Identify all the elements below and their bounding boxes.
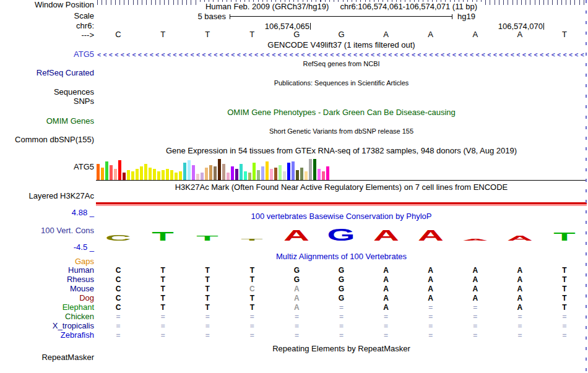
gtex-bar-51[interactable] [313,159,316,180]
multiz-row-x_tropicalis[interactable]: =========== [96,322,587,330]
strand-label: ---> [0,31,94,39]
gtex-bar-1[interactable] [97,164,100,180]
multiz-row-mouse[interactable]: CTTCAGAAAAT [96,285,587,293]
atg5-gene-arrows[interactable]: <<<<<<<<<<<<<<<<<<<<<<<<<<<<<<<<<<<<<<<<… [97,51,584,58]
gtex-bar-12[interactable] [144,164,147,180]
gtex-bar-42[interactable] [274,168,277,180]
gtex-bar-chart[interactable] [97,155,329,180]
species-label-elephant[interactable]: Elephant [0,303,94,311]
multiz-row-rhesus[interactable]: CTTTGGAAAAT [96,275,587,284]
gtex-bar-49[interactable] [305,171,308,180]
gtex-bar-31[interactable] [227,173,230,180]
multiz-row-human[interactable]: CTTTGGAAAAT [96,266,587,275]
dbsnp-label[interactable]: Common dbSNP(155) [0,135,94,144]
gtex-bar-43[interactable] [279,165,282,180]
gtex-bar-29[interactable] [218,159,221,180]
gtex-bar-15[interactable] [157,171,160,180]
strand-arrow-icon: < [569,51,573,58]
gtex-bar-44[interactable] [283,171,286,180]
aln-base: T [141,275,185,284]
gtex-bar-18[interactable] [170,170,173,180]
multiz-row-dog[interactable]: CTTTAGAAAAT [96,294,587,302]
multiz-row-zebrafish[interactable]: =========== [96,331,587,340]
gtex-bar-45[interactable] [287,163,290,180]
strand-arrow-icon: < [202,51,205,58]
gtex-bar-46[interactable] [292,161,295,180]
gtex-bar-27[interactable] [209,165,212,180]
gtex-bar-53[interactable] [322,171,325,180]
gtex-bar-3[interactable] [105,161,108,180]
phylop-logo[interactable]: CTTTAGAAAAT [96,220,587,241]
h3k27ac-signal-layer2[interactable] [96,204,587,206]
gtex-bar-30[interactable] [222,164,225,180]
gtex-bar-38[interactable] [257,170,260,180]
strand-arrow-icon: < [220,51,223,58]
gtex-bar-54[interactable] [326,166,329,180]
gtex-bar-28[interactable] [214,166,217,180]
gencode-gene-label[interactable]: ATG5 [0,50,94,58]
gtex-baseline [96,180,587,181]
multiz-row-elephant[interactable]: CTTTA=A==AT [96,303,587,312]
gtex-bar-5[interactable] [114,169,117,180]
strand-arrow-icon: < [138,51,142,58]
phylop-label[interactable]: 100 Vert. Cons [0,226,94,234]
gtex-bar-26[interactable] [205,168,208,180]
aln-base: G [319,285,363,293]
gtex-bar-13[interactable] [149,168,152,180]
gtex-bar-37[interactable] [253,163,256,180]
h3k27ac-label[interactable]: Layered H3K27Ac [0,192,94,200]
gtex-bar-48[interactable] [300,168,303,180]
gtex-bar-35[interactable] [244,171,247,180]
gtex-bar-32[interactable] [231,166,234,180]
gtex-bar-17[interactable] [166,169,169,180]
gtex-bar-9[interactable] [131,171,134,180]
gtex-bar-20[interactable] [179,171,182,180]
species-label-rhesus[interactable]: Rhesus [0,275,94,283]
gtex-bar-34[interactable] [240,164,243,180]
species-label-mouse[interactable]: Mouse [0,285,94,293]
gtex-bar-10[interactable] [136,169,139,180]
species-label-chicken[interactable]: Chicken [0,312,94,320]
gtex-bar-8[interactable] [127,170,130,180]
gtex-bar-2[interactable] [101,168,104,180]
aln-base: A [498,303,542,312]
gtex-bar-4[interactable] [110,165,113,180]
gtex-bar-52[interactable] [318,169,321,180]
strand-arrow-icon: < [173,51,176,58]
strand-arrow-icon: < [191,51,194,58]
gtex-bar-16[interactable] [162,170,165,180]
gtex-bar-6[interactable] [118,160,121,180]
gtex-bar-14[interactable] [153,169,156,180]
gtex-bar-39[interactable] [261,166,264,180]
aln-base: T [230,294,274,302]
gtex-bar-33[interactable] [235,169,238,180]
species-label-human[interactable]: Human [0,266,94,274]
gtex-bar-47[interactable] [296,170,299,180]
gtex-bar-21[interactable] [183,163,186,180]
gtex-bar-41[interactable] [270,169,273,180]
species-label-dog[interactable]: Dog [0,294,94,302]
gtex-bar-19[interactable] [175,173,178,180]
gaps-label[interactable]: Gaps [0,257,94,265]
gtex-bar-36[interactable] [248,173,251,180]
gtex-bar-50[interactable] [309,159,312,180]
gtex-bar-7[interactable] [123,173,126,180]
gtex-bar-24[interactable] [196,174,199,180]
species-label-zebrafish[interactable]: Zebrafish [0,331,94,339]
gtex-bar-40[interactable] [266,161,269,180]
repeatmasker-label[interactable]: RepeatMasker [0,353,94,361]
gtex-gene-label[interactable]: ATG5 [0,163,94,171]
aln-base: A [274,285,319,293]
gtex-bar-11[interactable] [140,166,143,180]
sequences-label[interactable]: Sequences [0,88,94,96]
aln-base: G [319,266,363,275]
snps-label[interactable]: SNPs [0,97,94,105]
multiz-row-chicken[interactable]: =========== [96,312,587,321]
refseq-curated-label[interactable]: RefSeq Curated [0,69,94,77]
omim-genes-label[interactable]: OMIM Genes [0,117,94,125]
strand-arrow-icon: < [470,51,473,58]
gtex-bar-22[interactable] [188,160,191,180]
gtex-bar-23[interactable] [192,165,195,180]
species-label-x_tropicalis[interactable]: X_tropicalis [0,322,94,330]
gtex-bar-25[interactable] [201,173,204,180]
